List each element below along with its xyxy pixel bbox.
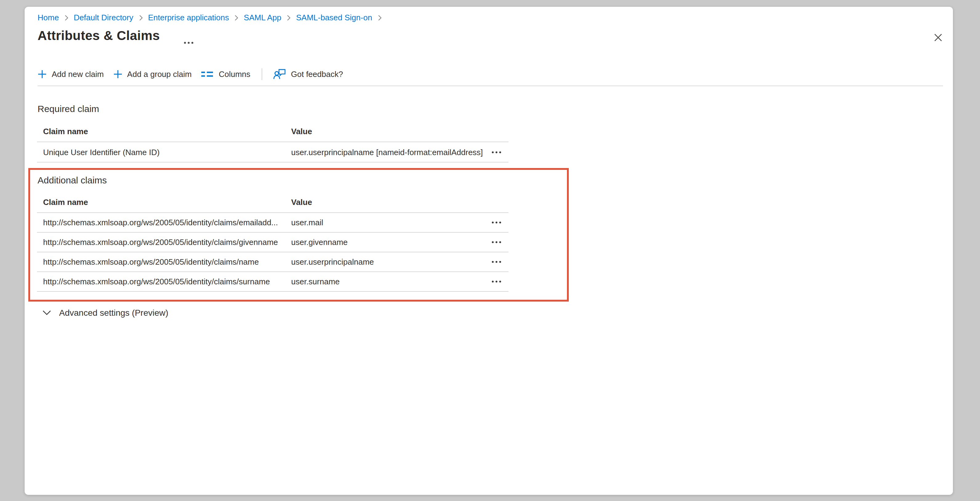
required-claim-heading: Required claim xyxy=(38,103,99,114)
required-claim-table: Claim name Value Unique User Identifier … xyxy=(37,121,509,162)
breadcrumb-enterprise-applications[interactable]: Enterprise applications xyxy=(148,13,229,22)
row-more-options-button[interactable] xyxy=(489,238,503,247)
table-row[interactable]: Unique User Identifier (Name ID) user.us… xyxy=(37,142,509,162)
breadcrumb: Home Default Directory Enterprise applic… xyxy=(38,13,381,22)
got-feedback-button[interactable]: Got feedback? xyxy=(268,67,348,81)
claim-name-cell: http://schemas.xmlsoap.org/ws/2005/05/id… xyxy=(43,277,291,286)
claim-value-cell: user.givenname xyxy=(291,238,484,247)
screen: Home Default Directory Enterprise applic… xyxy=(0,0,980,501)
chevron-right-icon xyxy=(64,14,68,21)
feedback-icon xyxy=(273,68,285,79)
table-row[interactable]: http://schemas.xmlsoap.org/ws/2005/05/id… xyxy=(37,213,509,233)
columns-button[interactable]: Columns xyxy=(197,67,256,81)
breadcrumb-saml-app[interactable]: SAML App xyxy=(244,13,281,22)
toolbar-divider xyxy=(38,86,943,86)
claim-name-column-header: Claim name xyxy=(43,127,291,136)
add-new-claim-label: Add new claim xyxy=(52,69,104,78)
claim-name-column-header: Claim name xyxy=(43,197,291,207)
breadcrumb-default-directory[interactable]: Default Directory xyxy=(73,13,133,22)
value-column-header: Value xyxy=(291,127,484,136)
claim-name-cell: Unique User Identifier (Name ID) xyxy=(43,147,291,157)
add-new-claim-button[interactable]: Add new claim xyxy=(33,67,109,81)
add-group-claim-label: Add a group claim xyxy=(127,69,192,78)
table-row[interactable]: http://schemas.xmlsoap.org/ws/2005/05/id… xyxy=(37,233,509,252)
row-more-options-button[interactable] xyxy=(489,277,503,286)
claim-value-cell: user.userprincipalname xyxy=(291,257,484,267)
row-more-options-button[interactable] xyxy=(489,218,503,227)
claim-value-cell: user.mail xyxy=(291,218,484,227)
claim-name-cell: http://schemas.xmlsoap.org/ws/2005/05/id… xyxy=(43,238,291,247)
chevron-right-icon xyxy=(234,14,238,21)
claim-value-cell: user.surname xyxy=(291,277,484,286)
claim-value-cell: user.userprincipalname [nameid-format:em… xyxy=(291,147,484,157)
advanced-settings-expander[interactable]: Advanced settings (Preview) xyxy=(43,308,169,318)
chevron-right-icon xyxy=(287,14,291,21)
got-feedback-label: Got feedback? xyxy=(291,69,343,78)
row-more-options-button[interactable] xyxy=(489,147,503,157)
claim-name-cell: http://schemas.xmlsoap.org/ws/2005/05/id… xyxy=(43,218,291,227)
close-blade-button[interactable] xyxy=(931,30,945,45)
table-header-row: Claim name Value xyxy=(37,121,509,142)
table-row[interactable]: http://schemas.xmlsoap.org/ws/2005/05/id… xyxy=(37,252,509,272)
additional-claims-heading: Additional claims xyxy=(38,175,107,185)
page-title: Attributes & Claims xyxy=(38,28,160,43)
chevron-right-icon xyxy=(139,14,143,21)
toolbar-separator xyxy=(261,68,262,80)
breadcrumb-saml-based-sign-on[interactable]: SAML-based Sign-on xyxy=(296,13,372,22)
table-row[interactable]: http://schemas.xmlsoap.org/ws/2005/05/id… xyxy=(37,272,509,292)
table-header-row: Claim name Value xyxy=(37,191,509,213)
plus-icon xyxy=(114,70,122,78)
command-bar: Add new claim Add a group claim Columns xyxy=(33,67,348,81)
breadcrumb-home[interactable]: Home xyxy=(38,13,59,22)
close-icon xyxy=(934,33,942,42)
advanced-settings-label: Advanced settings (Preview) xyxy=(59,308,169,318)
value-column-header: Value xyxy=(291,197,484,207)
columns-label: Columns xyxy=(219,69,251,78)
attributes-claims-blade: Home Default Directory Enterprise applic… xyxy=(25,7,953,495)
columns-icon xyxy=(202,70,213,78)
title-more-options-button[interactable] xyxy=(184,42,193,43)
row-more-options-button[interactable] xyxy=(489,257,503,267)
claim-name-cell: http://schemas.xmlsoap.org/ws/2005/05/id… xyxy=(43,257,291,267)
chevron-right-icon xyxy=(378,14,381,21)
add-group-claim-button[interactable]: Add a group claim xyxy=(109,67,197,81)
chevron-down-icon xyxy=(43,310,51,315)
plus-icon xyxy=(38,70,46,78)
additional-claims-table: Claim name Value http://schemas.xmlsoap.… xyxy=(37,191,509,292)
